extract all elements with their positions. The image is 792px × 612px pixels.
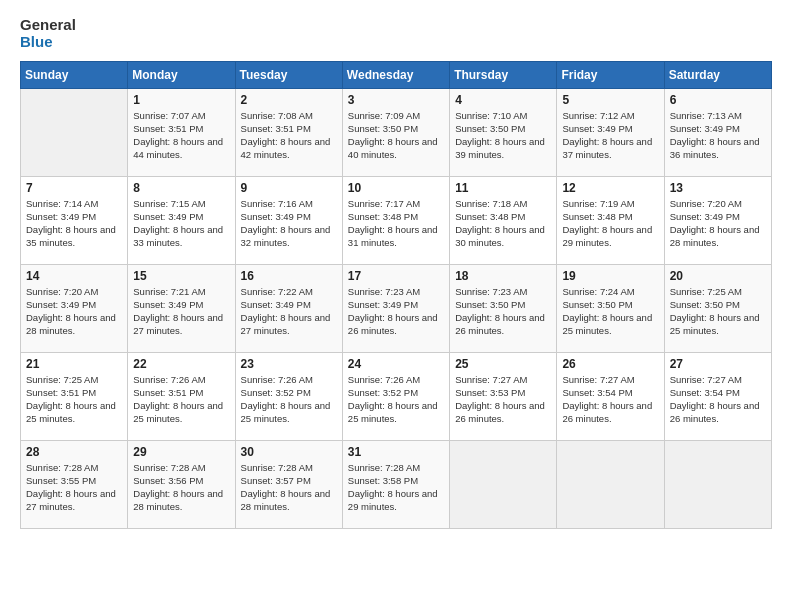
- day-info: Sunrise: 7:24 AMSunset: 3:50 PMDaylight:…: [562, 285, 658, 338]
- day-number: 22: [133, 357, 229, 371]
- day-number: 31: [348, 445, 444, 459]
- calendar-table: SundayMondayTuesdayWednesdayThursdayFrid…: [20, 61, 772, 529]
- day-info: Sunrise: 7:07 AMSunset: 3:51 PMDaylight:…: [133, 109, 229, 162]
- day-info: Sunrise: 7:21 AMSunset: 3:49 PMDaylight:…: [133, 285, 229, 338]
- calendar-header-tuesday: Tuesday: [235, 61, 342, 88]
- calendar-cell: 27Sunrise: 7:27 AMSunset: 3:54 PMDayligh…: [664, 352, 771, 440]
- calendar-cell: 14Sunrise: 7:20 AMSunset: 3:49 PMDayligh…: [21, 264, 128, 352]
- calendar-cell: 17Sunrise: 7:23 AMSunset: 3:49 PMDayligh…: [342, 264, 449, 352]
- day-number: 26: [562, 357, 658, 371]
- calendar-cell: 7Sunrise: 7:14 AMSunset: 3:49 PMDaylight…: [21, 176, 128, 264]
- calendar-cell: 26Sunrise: 7:27 AMSunset: 3:54 PMDayligh…: [557, 352, 664, 440]
- calendar-week-2: 7Sunrise: 7:14 AMSunset: 3:49 PMDaylight…: [21, 176, 772, 264]
- day-info: Sunrise: 7:22 AMSunset: 3:49 PMDaylight:…: [241, 285, 337, 338]
- calendar-cell: [450, 440, 557, 528]
- calendar-week-1: 1Sunrise: 7:07 AMSunset: 3:51 PMDaylight…: [21, 88, 772, 176]
- calendar-cell: 31Sunrise: 7:28 AMSunset: 3:58 PMDayligh…: [342, 440, 449, 528]
- calendar-cell: 16Sunrise: 7:22 AMSunset: 3:49 PMDayligh…: [235, 264, 342, 352]
- day-number: 18: [455, 269, 551, 283]
- day-info: Sunrise: 7:25 AMSunset: 3:50 PMDaylight:…: [670, 285, 766, 338]
- day-info: Sunrise: 7:26 AMSunset: 3:51 PMDaylight:…: [133, 373, 229, 426]
- day-info: Sunrise: 7:14 AMSunset: 3:49 PMDaylight:…: [26, 197, 122, 250]
- day-number: 9: [241, 181, 337, 195]
- day-number: 3: [348, 93, 444, 107]
- day-info: Sunrise: 7:17 AMSunset: 3:48 PMDaylight:…: [348, 197, 444, 250]
- day-number: 13: [670, 181, 766, 195]
- day-number: 28: [26, 445, 122, 459]
- calendar-header-thursday: Thursday: [450, 61, 557, 88]
- day-info: Sunrise: 7:15 AMSunset: 3:49 PMDaylight:…: [133, 197, 229, 250]
- calendar-cell: 13Sunrise: 7:20 AMSunset: 3:49 PMDayligh…: [664, 176, 771, 264]
- calendar-cell: 12Sunrise: 7:19 AMSunset: 3:48 PMDayligh…: [557, 176, 664, 264]
- calendar-cell: 21Sunrise: 7:25 AMSunset: 3:51 PMDayligh…: [21, 352, 128, 440]
- calendar-week-3: 14Sunrise: 7:20 AMSunset: 3:49 PMDayligh…: [21, 264, 772, 352]
- calendar-cell: 22Sunrise: 7:26 AMSunset: 3:51 PMDayligh…: [128, 352, 235, 440]
- calendar-cell: 18Sunrise: 7:23 AMSunset: 3:50 PMDayligh…: [450, 264, 557, 352]
- day-info: Sunrise: 7:26 AMSunset: 3:52 PMDaylight:…: [348, 373, 444, 426]
- calendar-week-5: 28Sunrise: 7:28 AMSunset: 3:55 PMDayligh…: [21, 440, 772, 528]
- day-info: Sunrise: 7:27 AMSunset: 3:54 PMDaylight:…: [670, 373, 766, 426]
- day-number: 12: [562, 181, 658, 195]
- day-number: 4: [455, 93, 551, 107]
- logo: General Blue General Blue: [20, 16, 76, 51]
- day-info: Sunrise: 7:25 AMSunset: 3:51 PMDaylight:…: [26, 373, 122, 426]
- day-number: 11: [455, 181, 551, 195]
- calendar-cell: 3Sunrise: 7:09 AMSunset: 3:50 PMDaylight…: [342, 88, 449, 176]
- day-info: Sunrise: 7:09 AMSunset: 3:50 PMDaylight:…: [348, 109, 444, 162]
- day-info: Sunrise: 7:23 AMSunset: 3:49 PMDaylight:…: [348, 285, 444, 338]
- day-info: Sunrise: 7:23 AMSunset: 3:50 PMDaylight:…: [455, 285, 551, 338]
- day-info: Sunrise: 7:28 AMSunset: 3:58 PMDaylight:…: [348, 461, 444, 514]
- calendar-cell: 24Sunrise: 7:26 AMSunset: 3:52 PMDayligh…: [342, 352, 449, 440]
- day-info: Sunrise: 7:16 AMSunset: 3:49 PMDaylight:…: [241, 197, 337, 250]
- day-number: 14: [26, 269, 122, 283]
- page-header: General Blue General Blue: [20, 16, 772, 51]
- calendar-header-sunday: Sunday: [21, 61, 128, 88]
- day-number: 29: [133, 445, 229, 459]
- day-info: Sunrise: 7:28 AMSunset: 3:55 PMDaylight:…: [26, 461, 122, 514]
- calendar-cell: 30Sunrise: 7:28 AMSunset: 3:57 PMDayligh…: [235, 440, 342, 528]
- day-number: 27: [670, 357, 766, 371]
- calendar-cell: 23Sunrise: 7:26 AMSunset: 3:52 PMDayligh…: [235, 352, 342, 440]
- calendar-cell: 15Sunrise: 7:21 AMSunset: 3:49 PMDayligh…: [128, 264, 235, 352]
- day-info: Sunrise: 7:18 AMSunset: 3:48 PMDaylight:…: [455, 197, 551, 250]
- day-number: 16: [241, 269, 337, 283]
- calendar-cell: [21, 88, 128, 176]
- day-info: Sunrise: 7:13 AMSunset: 3:49 PMDaylight:…: [670, 109, 766, 162]
- day-number: 6: [670, 93, 766, 107]
- calendar-cell: 10Sunrise: 7:17 AMSunset: 3:48 PMDayligh…: [342, 176, 449, 264]
- day-number: 15: [133, 269, 229, 283]
- day-number: 7: [26, 181, 122, 195]
- day-number: 8: [133, 181, 229, 195]
- calendar-cell: 11Sunrise: 7:18 AMSunset: 3:48 PMDayligh…: [450, 176, 557, 264]
- day-number: 25: [455, 357, 551, 371]
- day-number: 21: [26, 357, 122, 371]
- day-number: 19: [562, 269, 658, 283]
- day-info: Sunrise: 7:26 AMSunset: 3:52 PMDaylight:…: [241, 373, 337, 426]
- calendar-week-4: 21Sunrise: 7:25 AMSunset: 3:51 PMDayligh…: [21, 352, 772, 440]
- day-info: Sunrise: 7:20 AMSunset: 3:49 PMDaylight:…: [670, 197, 766, 250]
- logo-general: General: [20, 16, 76, 33]
- logo-blue: Blue: [20, 33, 76, 50]
- day-info: Sunrise: 7:27 AMSunset: 3:54 PMDaylight:…: [562, 373, 658, 426]
- day-info: Sunrise: 7:20 AMSunset: 3:49 PMDaylight:…: [26, 285, 122, 338]
- day-number: 17: [348, 269, 444, 283]
- calendar-header-saturday: Saturday: [664, 61, 771, 88]
- day-info: Sunrise: 7:10 AMSunset: 3:50 PMDaylight:…: [455, 109, 551, 162]
- calendar-cell: 20Sunrise: 7:25 AMSunset: 3:50 PMDayligh…: [664, 264, 771, 352]
- calendar-cell: 4Sunrise: 7:10 AMSunset: 3:50 PMDaylight…: [450, 88, 557, 176]
- page-container: General Blue General Blue SundayMondayTu…: [0, 0, 792, 612]
- calendar-cell: 29Sunrise: 7:28 AMSunset: 3:56 PMDayligh…: [128, 440, 235, 528]
- calendar-header-wednesday: Wednesday: [342, 61, 449, 88]
- calendar-cell: 8Sunrise: 7:15 AMSunset: 3:49 PMDaylight…: [128, 176, 235, 264]
- day-info: Sunrise: 7:28 AMSunset: 3:56 PMDaylight:…: [133, 461, 229, 514]
- calendar-cell: 25Sunrise: 7:27 AMSunset: 3:53 PMDayligh…: [450, 352, 557, 440]
- day-info: Sunrise: 7:12 AMSunset: 3:49 PMDaylight:…: [562, 109, 658, 162]
- day-info: Sunrise: 7:28 AMSunset: 3:57 PMDaylight:…: [241, 461, 337, 514]
- day-info: Sunrise: 7:27 AMSunset: 3:53 PMDaylight:…: [455, 373, 551, 426]
- calendar-cell: 28Sunrise: 7:28 AMSunset: 3:55 PMDayligh…: [21, 440, 128, 528]
- calendar-cell: 1Sunrise: 7:07 AMSunset: 3:51 PMDaylight…: [128, 88, 235, 176]
- calendar-cell: [557, 440, 664, 528]
- day-info: Sunrise: 7:08 AMSunset: 3:51 PMDaylight:…: [241, 109, 337, 162]
- day-number: 10: [348, 181, 444, 195]
- day-info: Sunrise: 7:19 AMSunset: 3:48 PMDaylight:…: [562, 197, 658, 250]
